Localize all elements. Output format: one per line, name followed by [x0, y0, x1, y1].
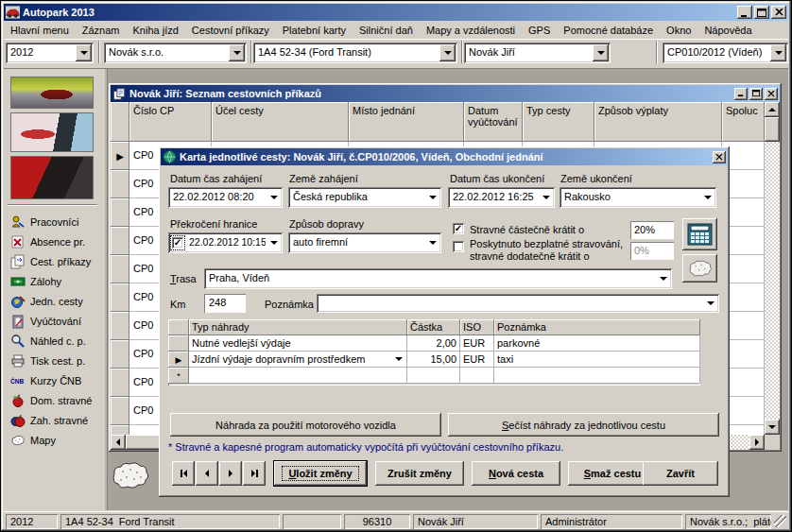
menu-napoveda[interactable]: Nápověda	[697, 23, 758, 38]
vehicle-reimbursement-button[interactable]: Náhrada za použití motorového vozidla	[170, 413, 441, 437]
row-selector[interactable]	[111, 369, 129, 397]
sidebar-item-absence[interactable]: Absence pr.	[10, 232, 85, 251]
start-datetime-combobox[interactable]: 22.02.2012 08:20	[168, 187, 283, 208]
sidebar-item-vyuctovani[interactable]: Vyúčtování	[10, 312, 81, 331]
grid-column-poznamka[interactable]: Poznámka	[494, 319, 700, 335]
minimize-button[interactable]	[734, 88, 748, 100]
grid-column-castka[interactable]: Částka	[407, 319, 460, 335]
row-selector[interactable]	[111, 283, 129, 312]
chevron-down-icon[interactable]	[703, 296, 717, 311]
close-button[interactable]	[771, 6, 786, 19]
row-selector[interactable]: ▶	[111, 142, 129, 170]
sidebar-item-tisk[interactable]: Tisk cest. p.	[10, 352, 85, 370]
row-selector[interactable]	[111, 170, 129, 198]
scroll-up-icon[interactable]	[765, 102, 780, 117]
scroll-right-icon[interactable]	[749, 435, 765, 450]
menu-pomocne-databaze[interactable]: Pomocné databáze	[557, 23, 660, 38]
route-combobox[interactable]: Praha, Vídeň	[204, 268, 672, 289]
sidebar-item-nahled[interactable]: Náhled c. p.	[10, 332, 86, 351]
minimize-button[interactable]	[737, 6, 752, 19]
new-row-selector[interactable]: *	[168, 368, 189, 384]
scroll-down-icon[interactable]	[765, 420, 780, 435]
save-changes-button[interactable]: Uložit změny	[273, 460, 368, 487]
free-meals-checkbox[interactable]	[453, 241, 464, 252]
menu-cestovni-prikazy[interactable]: Cestovní příkazy	[185, 23, 276, 38]
border-crossing-datetime-combobox[interactable]: ✓ 22.02.2012 10:15	[168, 232, 283, 253]
column-header-typ-cesty[interactable]: Typ cesty	[523, 102, 594, 142]
chevron-down-icon[interactable]	[656, 270, 670, 287]
chevron-down-icon[interactable]	[425, 189, 439, 206]
new-trip-button[interactable]: Nová cesta	[472, 461, 560, 486]
nav-first-button[interactable]	[172, 461, 195, 486]
transport-mode-combobox[interactable]: auto firemní	[288, 232, 441, 253]
grid-row-new[interactable]: *	[168, 368, 700, 384]
row-selector[interactable]	[111, 340, 129, 369]
meal-partial-reduction-checkbox[interactable]: ✓	[453, 223, 464, 234]
sidebar-item-kurzy-cnb[interactable]: ČNB Kurzy ČNB	[10, 371, 81, 390]
sidebar-item-mapy[interactable]: Mapy	[10, 431, 56, 450]
nav-next-button[interactable]	[219, 461, 242, 486]
chevron-down-icon[interactable]	[700, 189, 715, 206]
column-header-datum-vyuctovani[interactable]: Datum vyúčtování	[464, 102, 523, 142]
km-field[interactable]: 248	[204, 294, 246, 313]
grid-column-iso[interactable]: ISO	[460, 319, 494, 335]
start-country-combobox[interactable]: Česká republika	[288, 187, 441, 208]
chevron-down-icon[interactable]	[593, 44, 609, 61]
row-selector[interactable]	[111, 255, 129, 283]
sidebar-item-zah-stravne[interactable]: Zah. stravné	[10, 411, 88, 430]
close-icon[interactable]	[765, 88, 778, 100]
meal-reduction-percent-field[interactable]: 20%	[630, 221, 674, 239]
menu-platebni-karty[interactable]: Platební karty	[276, 23, 353, 38]
row-selector[interactable]	[111, 312, 129, 340]
row-selector[interactable]	[111, 227, 129, 255]
dialog-titlebar[interactable]: Karta jednotlivé cesty: Novák Jiří, č.CP…	[161, 148, 728, 165]
sidebar-item-dom-stravne[interactable]: Dom. stravné	[10, 391, 92, 410]
menu-gps[interactable]: GPS	[522, 23, 557, 38]
row-selector[interactable]: ▶	[168, 352, 189, 368]
extra-reduction-percent-field[interactable]: 0%	[630, 242, 674, 260]
chevron-down-icon[interactable]	[267, 189, 281, 206]
sidebar-item-jedn-cesty[interactable]: Jedn. cesty	[10, 292, 83, 311]
menu-zaznam[interactable]: Záznam	[76, 23, 127, 38]
column-header-spolucestujici[interactable]: Spoluc	[722, 102, 765, 142]
travel-order-combobox[interactable]: CP010/2012 (Vídeň)	[663, 43, 788, 63]
sidebar-item-cest-prikazy[interactable]: Cest. příkazy	[10, 252, 91, 271]
map-button[interactable]	[682, 254, 717, 283]
chevron-down-icon[interactable]	[391, 352, 405, 365]
column-header-ucel-cesty[interactable]: Účel cesty	[212, 102, 349, 142]
grid-row-selected[interactable]: ▶ Jízdní výdaje dopravním prostředkem 15…	[168, 352, 700, 368]
end-country-combobox[interactable]: Rakousko	[560, 187, 716, 208]
menu-okno[interactable]: Okno	[660, 23, 697, 38]
chevron-down-icon[interactable]	[439, 44, 456, 61]
list-window-titlebar[interactable]: Novák Jiří: Seznam cestovních příkazů	[111, 85, 780, 102]
menu-mapy-a-vzdalenosti[interactable]: Mapy a vzdálenosti	[420, 23, 522, 38]
maximize-button[interactable]	[749, 88, 763, 100]
close-dialog-button[interactable]: Zavřít	[643, 461, 718, 486]
vehicle-combobox[interactable]: 1A4 52-34 (Ford Transit)	[253, 43, 457, 63]
scrollbar-thumb[interactable]	[126, 435, 164, 450]
chevron-down-icon[interactable]	[76, 44, 92, 61]
resize-grip[interactable]	[774, 515, 786, 527]
chevron-down-icon[interactable]	[229, 44, 245, 61]
main-titlebar[interactable]: Autopark 2013	[4, 4, 788, 21]
chevron-down-icon[interactable]	[267, 234, 281, 251]
menu-silnicni-dan[interactable]: Silniční daň	[353, 23, 420, 38]
column-header-selector[interactable]	[111, 102, 129, 142]
column-header-cislo-cp[interactable]: Číslo CP	[129, 102, 212, 142]
chevron-down-icon[interactable]	[770, 44, 786, 61]
maximize-button[interactable]	[754, 6, 769, 19]
column-header-misto-jednani[interactable]: Místo jednání	[349, 102, 464, 142]
vertical-scrollbar[interactable]	[765, 102, 780, 435]
sidebar-item-zalohy[interactable]: Zálohy	[10, 272, 61, 291]
close-icon[interactable]	[713, 151, 726, 163]
new-row-selector[interactable]: *	[111, 425, 129, 435]
chevron-down-icon[interactable]	[425, 234, 439, 251]
border-crossing-checkbox[interactable]: ✓	[171, 236, 184, 249]
column-header-zpusob-vyplaty[interactable]: Způsob výplaty	[594, 102, 722, 142]
note-combobox[interactable]	[317, 294, 719, 313]
menu-hlavni-menu[interactable]: Hlavní menu	[4, 23, 76, 38]
end-datetime-combobox[interactable]: 22.02.2012 16:25	[448, 187, 555, 208]
year-combobox[interactable]: 2012	[6, 43, 94, 63]
row-selector[interactable]	[111, 198, 129, 227]
menu-kniha-jizd[interactable]: Kniha jízd	[127, 23, 185, 38]
